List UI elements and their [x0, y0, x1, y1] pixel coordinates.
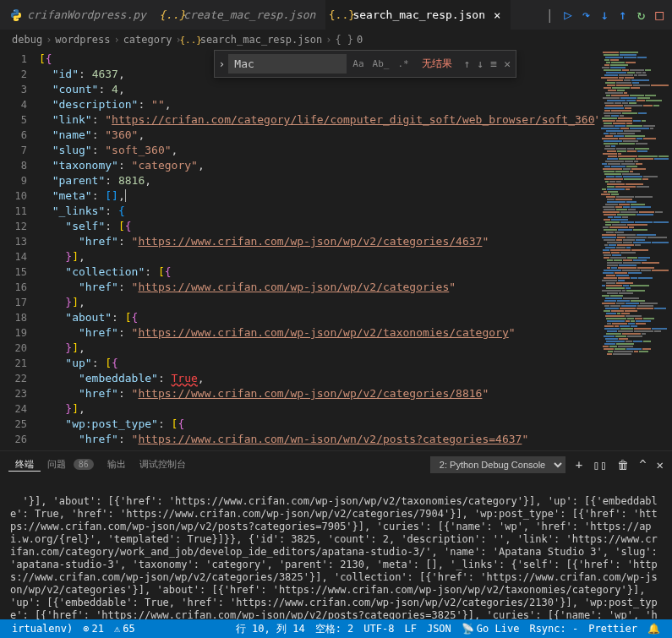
json-icon: {..}: [167, 9, 178, 21]
status-prettier[interactable]: Prettier: [583, 622, 642, 636]
code-line[interactable]: }],: [39, 249, 598, 264]
breadcrumb-item[interactable]: debug: [12, 34, 42, 46]
status-eol[interactable]: LF: [399, 622, 421, 636]
line-number: 22: [0, 371, 39, 386]
output-tab[interactable]: 输出: [101, 458, 133, 471]
line-number: 16: [0, 280, 39, 295]
python-icon: [10, 9, 22, 21]
code-line[interactable]: "meta": [],: [39, 188, 598, 204]
status-lang[interactable]: JSON: [422, 622, 456, 636]
match-word-icon[interactable]: Ab̲: [370, 57, 392, 71]
status-indent[interactable]: 空格: 2: [310, 622, 359, 636]
status-rsync[interactable]: Rsync: -: [524, 622, 583, 636]
breadcrumb-item[interactable]: search_mac_resp.json: [200, 34, 323, 46]
svg-point-1: [18, 19, 19, 20]
tab-bar: crifanWordpress.py {..} create_mac_resp.…: [0, 0, 672, 30]
breadcrumb-item[interactable]: 0: [357, 34, 363, 46]
line-number: 5: [0, 112, 39, 128]
status-warnings[interactable]: 65: [109, 623, 140, 635]
tab-close-icon[interactable]: ×: [494, 8, 500, 22]
code-area[interactable]: › Aa Ab̲ .* 无结果 ↑ ↓ ≡ ✕ [{ "id": 4637, "…: [39, 50, 598, 450]
code-line[interactable]: "href": "https://www.crifan.com/wp-json/…: [39, 386, 598, 401]
find-prev-icon[interactable]: ↑: [464, 57, 471, 70]
code-line[interactable]: "parent": 8816,: [39, 173, 598, 188]
code-line[interactable]: "href": "https://www.crifan.com/wp-json/…: [39, 325, 598, 341]
find-close-icon[interactable]: ✕: [504, 57, 511, 70]
find-nav: ↑ ↓ ≡ ✕: [459, 57, 516, 70]
problems-tab[interactable]: 问题 86: [41, 458, 101, 471]
code-line[interactable]: "href": "https://www.crifan.com/wn-ison/…: [39, 432, 598, 447]
tab-crifanwordpress[interactable]: crifanWordpress.py: [0, 0, 156, 30]
find-toggle-icon[interactable]: ›: [215, 57, 228, 70]
status-virtualenv[interactable]: irtualenv): [7, 623, 78, 635]
code-line[interactable]: "up": [{: [39, 356, 598, 371]
new-terminal-icon[interactable]: +: [576, 458, 582, 472]
line-number: 25: [0, 417, 39, 432]
line-number: 10: [0, 188, 39, 204]
code-line[interactable]: "count": 4,: [39, 82, 598, 97]
code-line[interactable]: "collection": [{: [39, 264, 598, 280]
maximize-icon[interactable]: ^: [639, 458, 646, 472]
code-line[interactable]: "about": [{: [39, 310, 598, 325]
line-number: 17: [0, 295, 39, 310]
tab-label: crifanWordpress.py: [27, 8, 146, 21]
step-into-icon[interactable]: ↓: [600, 7, 609, 23]
line-number: 4: [0, 97, 39, 112]
find-selection-icon[interactable]: ≡: [490, 57, 497, 70]
line-number: 13: [0, 234, 39, 249]
code-line[interactable]: "embeddable": True,: [39, 371, 598, 386]
warning-icon: [114, 623, 120, 635]
bell-icon: 🔔: [647, 623, 660, 635]
code-line[interactable]: }],: [39, 401, 598, 417]
terminal-output[interactable]: '}], 'about': [{'href': 'https://www.cri…: [0, 477, 672, 619]
code-line[interactable]: "description": "",: [39, 97, 598, 112]
status-errors[interactable]: 21: [78, 623, 109, 635]
regex-icon[interactable]: .*: [395, 57, 411, 71]
match-case-icon[interactable]: Aa: [350, 57, 366, 71]
code-line[interactable]: "name": "360",: [39, 128, 598, 143]
problems-badge: 86: [74, 459, 94, 470]
code-line[interactable]: }],: [39, 341, 598, 356]
code-line[interactable]: "self": [{: [39, 219, 598, 234]
code-line[interactable]: "wp:post_type": [{: [39, 417, 598, 432]
code-line[interactable]: "href": "https://www.crifan.com/wp-json/…: [39, 280, 598, 295]
divider-icon: |: [546, 7, 555, 23]
line-number: 18: [0, 310, 39, 325]
code-line[interactable]: "slug": "soft_360",: [39, 143, 598, 158]
line-number: 23: [0, 386, 39, 401]
find-input[interactable]: [228, 54, 347, 74]
status-bell[interactable]: 🔔: [642, 622, 665, 636]
find-next-icon[interactable]: ↓: [478, 57, 484, 70]
terminal-tab[interactable]: 终端: [8, 458, 41, 472]
find-options: Aa Ab̲ .*: [347, 57, 414, 71]
code-line[interactable]: "_links": {: [39, 204, 598, 219]
tab-create-mac-resp[interactable]: {..} create_mac_resp.json: [156, 0, 326, 30]
status-golive[interactable]: 📡Go Live: [456, 622, 525, 636]
line-number: 6: [0, 128, 39, 143]
close-panel-icon[interactable]: ✕: [657, 458, 664, 472]
code-line[interactable]: "taxonomy": "category",: [39, 158, 598, 173]
play-icon[interactable]: ▷: [564, 7, 572, 23]
editor: 1234567891011121314151617181920212223242…: [0, 50, 672, 450]
breadcrumb-item[interactable]: category: [123, 34, 172, 46]
step-out-icon[interactable]: ↑: [619, 7, 627, 23]
minimap[interactable]: [598, 50, 672, 450]
status-bar: irtualenv) 21 65 行 10, 列 14 空格: 2 UTF-8 …: [0, 619, 672, 638]
split-terminal-icon[interactable]: ▯▯: [593, 458, 607, 472]
panel-tabs: 终端 问题 86 输出 调试控制台 2: Python Debug Consol…: [0, 450, 672, 477]
tab-search-mac-resp[interactable]: {..} search_mac_resp.json ×: [325, 0, 511, 30]
code-line[interactable]: }],: [39, 295, 598, 310]
restart-icon[interactable]: ↻: [637, 7, 646, 23]
trash-icon[interactable]: 🗑: [617, 458, 629, 472]
breadcrumb[interactable]: debug› wordpress› category› {..} search_…: [0, 30, 672, 50]
status-encoding[interactable]: UTF-8: [358, 622, 399, 636]
breadcrumb-item[interactable]: wordpress: [55, 34, 110, 46]
step-over-icon[interactable]: ↷: [582, 7, 591, 23]
stop-icon[interactable]: □: [655, 7, 664, 23]
debug-console-tab[interactable]: 调试控制台: [133, 458, 193, 471]
status-cursor[interactable]: 行 10, 列 14: [231, 622, 310, 636]
code-line[interactable]: "href": "https://www.crifan.com/wp-json/…: [39, 234, 598, 249]
line-number: 24: [0, 401, 39, 417]
terminal-select[interactable]: 2: Python Debug Console: [430, 456, 565, 473]
code-line[interactable]: "link": "https://crifan.com/category/lif…: [39, 112, 598, 128]
